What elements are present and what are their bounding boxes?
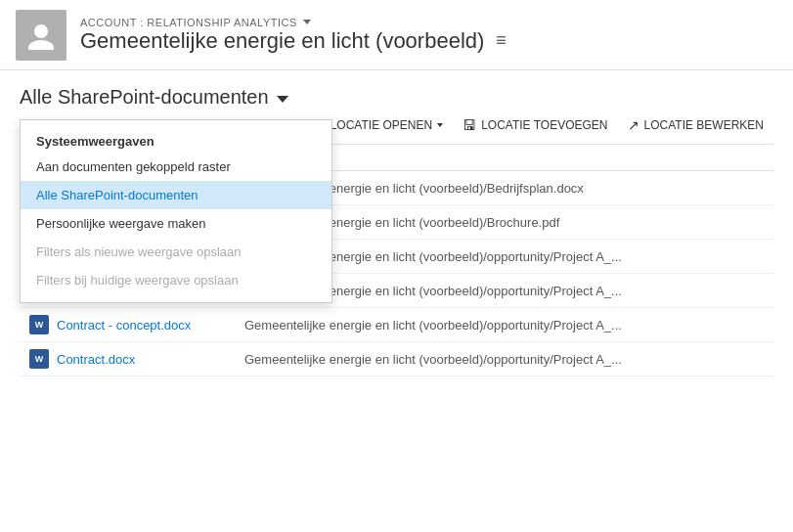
svg-point-0	[34, 24, 48, 38]
header-subtitle-text: ACCOUNT : RELATIONSHIP ANALYTICS	[80, 17, 297, 28]
file-cell-5: W Contract.docx	[29, 349, 225, 369]
header-subtitle-chevron-icon	[303, 20, 311, 24]
file-link-4[interactable]: Contract - concept.docx	[57, 318, 191, 332]
view-selector[interactable]: Alle SharePoint-documenten	[20, 86, 288, 109]
dropdown-item-2[interactable]: Persoonlijke weergave maken	[21, 209, 331, 238]
cell-name-4: W Contract - concept.docx	[20, 308, 235, 342]
header-title: Gemeentelijke energie en licht (voorbeel…	[80, 28, 507, 54]
add-location-icon: 🖫	[463, 117, 476, 133]
path-text-4: Gemeentelijke energie en licht (voorbeel…	[244, 318, 622, 332]
add-location-label: LOCATIE TOEVOEGEN	[481, 118, 607, 132]
open-location-chevron-icon	[437, 123, 443, 127]
header-title-text: Gemeentelijke energie en licht (voorbeel…	[80, 28, 484, 54]
file-cell-4: W Contract - concept.docx	[29, 315, 225, 334]
dropdown-item-0[interactable]: Aan documenten gekoppeld raster	[21, 153, 331, 181]
view-row: Alle SharePoint-documenten Systeemweerga…	[20, 86, 773, 109]
avatar	[16, 10, 66, 61]
view-selector-chevron-icon	[277, 96, 288, 103]
dropdown-item-3: Filters als nieuwe weergave opslaan	[21, 238, 331, 266]
file-link-5[interactable]: Contract.docx	[57, 352, 135, 367]
cell-name-5: W Contract.docx	[20, 342, 235, 377]
hamburger-icon[interactable]: ≡	[496, 30, 507, 51]
dropdown-item-1[interactable]: Alle SharePoint-documenten	[21, 181, 331, 209]
cell-path-5: Gemeentelijke energie en licht (voorbeel…	[235, 342, 773, 377]
app-header: ACCOUNT : RELATIONSHIP ANALYTICS Gemeent…	[0, 0, 793, 70]
path-text-5: Gemeentelijke energie en licht (voorbeel…	[244, 352, 622, 367]
svg-point-1	[28, 40, 54, 50]
file-type-icon-4: W	[29, 315, 49, 334]
file-type-icon-5: W	[29, 349, 49, 369]
header-text: ACCOUNT : RELATIONSHIP ANALYTICS Gemeent…	[80, 17, 507, 54]
view-selector-label: Alle SharePoint-documenten	[20, 86, 269, 109]
edit-location-button[interactable]: ↗ LOCATIE BEWERKEN	[618, 112, 773, 138]
edit-location-label: LOCATIE BEWERKEN	[644, 118, 764, 132]
edit-location-icon: ↗	[628, 117, 639, 133]
dropdown-item-4: Filters bij huidige weergave opslaan	[21, 266, 331, 294]
table-row: W Contract.docx Gemeentelijke energie en…	[20, 342, 773, 377]
dropdown-section-title: Systeemweergaven	[21, 128, 331, 153]
open-location-label: LOCATIE OPENEN	[330, 118, 432, 132]
view-dropdown-menu: Systeemweergaven Aan documenten gekoppel…	[20, 119, 332, 303]
header-subtitle[interactable]: ACCOUNT : RELATIONSHIP ANALYTICS	[80, 17, 507, 28]
cell-path-4: Gemeentelijke energie en licht (voorbeel…	[235, 308, 773, 342]
add-location-button[interactable]: 🖫 LOCATIE TOEVOEGEN	[453, 112, 617, 138]
table-row: W Contract - concept.docx Gemeentelijke …	[20, 308, 773, 342]
main-content: Alle SharePoint-documenten Systeemweerga…	[0, 70, 793, 377]
